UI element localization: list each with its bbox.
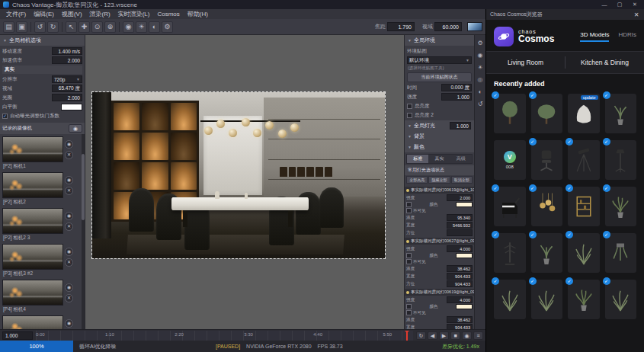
light-param-input[interactable]: 4.000 <box>447 296 473 303</box>
snapshot-delete-button[interactable]: ✕ <box>65 151 73 159</box>
orbit-icon[interactable]: ⊙ <box>91 21 103 33</box>
total-brightness-2-checkbox[interactable] <box>407 113 412 118</box>
snapshot-goto-button[interactable]: ◉ <box>65 176 73 184</box>
snapshot-goto-button[interactable]: ◉ <box>65 212 73 220</box>
cosmos-model-tile[interactable]: ✓ <box>605 187 637 226</box>
cosmos-model-tile[interactable]: ✓ <box>494 187 526 226</box>
menu-item-V[interactable]: 视图(V) <box>58 10 86 18</box>
snapshot-delete-button[interactable]: ✕ <box>65 187 73 195</box>
cosmos-model-tile[interactable]: ✓ <box>531 233 563 273</box>
mode-tab-真实[interactable]: 真实 <box>428 155 450 163</box>
category-Kitchen---Dining[interactable]: Kitchen & Dining <box>566 59 644 66</box>
zoom-level-button[interactable]: 100% <box>0 341 73 352</box>
render-settings-icon[interactable]: ⚙ <box>476 39 485 47</box>
loop-button[interactable]: ↻ <box>416 331 426 340</box>
light-param-input[interactable]: 904.433 <box>447 280 473 287</box>
global-light-header[interactable]: ▼ 全局灯光 1.000 <box>405 120 474 131</box>
timeline-menu-button[interactable]: ≡ <box>473 331 483 340</box>
snapshot-scrollbar[interactable] <box>82 134 85 329</box>
camera-row-input[interactable]: 2.000 <box>52 56 82 64</box>
snapshot-goto-button[interactable]: ◉ <box>65 283 73 292</box>
menu-item-F[interactable]: 文件(F) <box>2 10 30 18</box>
camera-row-input[interactable]: 720p▼ <box>52 75 82 83</box>
environment-section-header[interactable]: ▼ 全局环境 <box>405 35 474 46</box>
lights-bulk-button[interactable]: 隐藏全部 <box>428 176 450 184</box>
settings-icon[interactable]: ⚙ <box>162 21 173 33</box>
fov-input[interactable]: 60.000 <box>434 22 462 31</box>
cosmos-model-tile[interactable]: ✓ <box>605 280 637 319</box>
denoise-toggle[interactable]: 循环AI优化降噪 <box>73 343 123 350</box>
cosmos-model-tile[interactable]: V008 <box>494 140 526 180</box>
cosmos-close-button[interactable]: ✕ <box>633 11 640 18</box>
light-invisible-checkbox[interactable] <box>406 208 412 213</box>
snapshot-delete-button[interactable]: ✕ <box>65 222 73 231</box>
sun-icon[interactable]: ☀ <box>136 21 147 33</box>
snapshot-thumbnail[interactable] <box>2 244 63 270</box>
color-section-header[interactable]: ▼ 颜色 <box>405 142 474 152</box>
snapshot-goto-button[interactable]: ◉ <box>65 248 73 256</box>
timeline-playhead[interactable] <box>406 331 408 341</box>
snapshot-item[interactable]: ◉✕[P3] 相机3 #2 <box>2 244 80 277</box>
light-param-input[interactable]: 5466.932 <box>447 222 473 229</box>
snapshot-delete-button[interactable]: ✕ <box>65 294 73 302</box>
snapshot-item[interactable]: ◉✕[P2] 相机1 <box>2 136 80 170</box>
cosmos-model-tile[interactable]: ✓ <box>494 280 526 319</box>
menu-item-H[interactable]: 帮助(H) <box>184 10 212 18</box>
light-param-input[interactable]: 4.000 <box>447 245 473 252</box>
global-light-input[interactable]: 1.000 <box>450 122 471 130</box>
light-invisible-checkbox[interactable] <box>406 310 412 315</box>
viewport[interactable] <box>85 35 404 329</box>
light-item-header[interactable]: 事实际楼同房间灯00619@light_0923 <box>405 289 474 296</box>
save-icon[interactable]: ▣ <box>16 21 27 33</box>
update-badge[interactable]: update <box>581 95 598 100</box>
background-color-swatch[interactable] <box>467 22 482 31</box>
snapshot-delete-button[interactable]: ✕ <box>65 258 73 267</box>
snapshot-thumbnail[interactable] <box>2 172 63 198</box>
light-param-input[interactable]: 38.462 <box>447 265 473 272</box>
light-param-input[interactable]: 904.433 <box>447 324 473 329</box>
light-param-input[interactable]: 2.000 <box>447 194 473 201</box>
minimize-button[interactable]: — <box>598 2 610 8</box>
env-map-button[interactable]: 当前环境贴图状态 <box>407 72 472 82</box>
category-Living-Room[interactable]: Living Room <box>486 59 565 66</box>
cosmos-model-tile[interactable]: ✓ <box>605 233 637 273</box>
env-intensity-input[interactable]: 1.000 <box>441 93 472 101</box>
light-color-checkbox[interactable] <box>406 202 412 207</box>
mode-tab-标准[interactable]: 标准 <box>407 155 428 163</box>
zoom-icon[interactable]: ⊕ <box>104 21 116 33</box>
material-icon[interactable]: ◐ <box>149 21 160 33</box>
total-brightness-checkbox[interactable] <box>407 104 412 109</box>
light-invisible-checkbox[interactable] <box>406 259 412 264</box>
cosmos-model-tile[interactable]: ✓ <box>531 140 563 180</box>
light-color-swatch[interactable] <box>456 202 473 207</box>
timeline-ruler[interactable]: 0:001:102:203:304:405:50 <box>36 331 413 341</box>
cosmos-model-tile[interactable]: ✓ <box>531 94 563 133</box>
lights-icon[interactable]: ◎ <box>476 75 485 84</box>
materials-icon[interactable]: ◐ <box>476 88 485 96</box>
light-param-input[interactable]: 95.340 <box>447 214 473 221</box>
cosmos-model-tile[interactable]: ✓ <box>605 140 637 180</box>
select-icon[interactable]: ↖ <box>66 21 77 33</box>
light-item-header[interactable]: 事实际楼同房间灯00619@light_1021 <box>405 187 474 194</box>
cosmos-model-tile[interactable]: ✓ <box>531 187 563 226</box>
env-map-select[interactable]: 默认环境 ▼ <box>407 56 472 64</box>
cosmos-model-tile[interactable]: update <box>568 94 600 133</box>
snapshot-item[interactable]: ◉✕[P4] 相机4 <box>2 280 80 313</box>
light-item-header[interactable]: 事实际楼同房间灯00627@light_0924 <box>405 238 474 245</box>
camera-icon[interactable]: ◉ <box>123 21 134 33</box>
maximize-button[interactable]: ▢ <box>614 2 626 8</box>
menu-item-R[interactable]: 渲染(R) <box>86 10 114 18</box>
cosmos-model-tile[interactable]: ✓ <box>568 140 600 180</box>
cosmos-model-tile[interactable]: ✓ <box>494 233 526 273</box>
lights-bulk-button[interactable]: 取消全部 <box>451 176 473 184</box>
cosmos-model-tile[interactable]: ✓ <box>531 280 563 319</box>
background-section-header[interactable]: ▼ 背景 <box>405 131 474 142</box>
pan-icon[interactable]: ✚ <box>78 21 90 33</box>
snapshot-item[interactable]: ◉✕[P2] 相机2 3 <box>2 208 80 242</box>
history-icon[interactable]: ↺ <box>476 100 485 108</box>
auto-exposure-checkbox[interactable]: ✓ <box>2 114 8 119</box>
light-color-checkbox[interactable] <box>406 304 412 309</box>
environment-icon[interactable]: ☀ <box>476 63 485 72</box>
lights-bulk-button[interactable]: 全部高亮 <box>406 176 428 184</box>
render-region-marquee[interactable] <box>91 91 386 259</box>
